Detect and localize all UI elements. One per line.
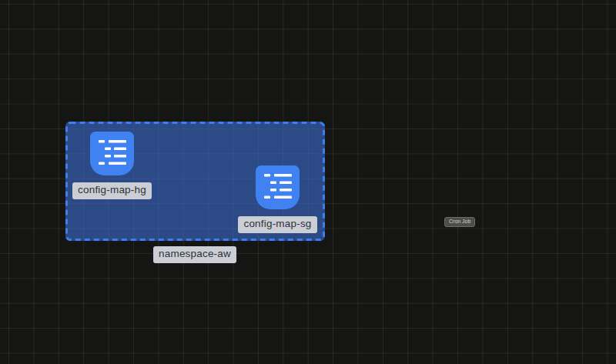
node-label-config-map-sg[interactable]: config-map-sg (238, 216, 316, 233)
configmap-icon (90, 132, 134, 175)
node-config-map-hg[interactable]: config-map-hg (90, 132, 134, 199)
diagram-canvas[interactable]: config-map-hg config-map-sg namespace-aw… (0, 0, 616, 364)
node-config-map-sg[interactable]: config-map-sg (256, 165, 300, 233)
namespace-group-box[interactable]: config-map-hg config-map-sg (65, 122, 325, 241)
cronjob-chip[interactable]: Cron Job (444, 217, 475, 227)
configmap-icon (256, 165, 300, 209)
namespace-label[interactable]: namespace-aw (153, 246, 236, 263)
node-label-config-map-hg[interactable]: config-map-hg (72, 182, 152, 199)
